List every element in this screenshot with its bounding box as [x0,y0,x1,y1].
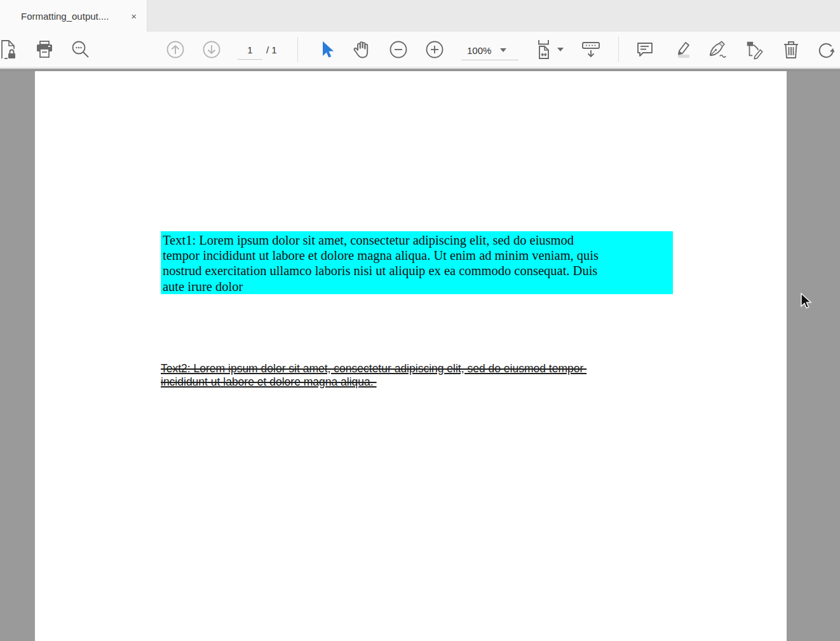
fill-sign-pen-icon [707,39,729,60]
hand-icon [351,39,373,60]
document-tab-title: Formatting_output.... [21,11,109,22]
document-lock-icon [0,39,18,60]
document-scroll-area[interactable]: Text1: Lorem ipsum dolor sit amet, conse… [0,71,840,641]
zoom-level-value: 100% [467,45,491,56]
arrow-up-circle-icon [165,39,186,60]
page-scrolling-icon [580,39,602,60]
tab-close-icon[interactable]: × [128,10,139,22]
edit-page-icon [744,39,766,60]
fill-and-sign-button[interactable] [707,39,729,60]
zoom-level-dropdown[interactable]: 100% [461,41,518,60]
page-number-input[interactable] [238,41,262,59]
document-tab[interactable]: Formatting_output.... × [0,0,147,32]
comment-button[interactable] [634,39,656,60]
highlighted-text-annotation[interactable]: Text1: Lorem ipsum dolor sit amet, conse… [161,231,673,294]
zoom-out-button[interactable] [388,39,409,60]
search-icon [70,39,91,60]
text-line: Text1: Lorem ipsum dolor sit amet, conse… [163,233,673,248]
search-button[interactable] [70,39,91,60]
text-line: nostrud exercitation ullamco laboris nis… [163,263,673,278]
page-number-field [238,41,262,60]
zoom-in-button[interactable] [424,39,445,60]
printer-icon [34,39,55,60]
text-line: tempor incididunt ut labore et dolore ma… [163,248,673,263]
fit-width-icon [536,39,565,60]
rotate-icon [816,39,837,60]
protect-document-button[interactable] [0,39,19,60]
print-button[interactable] [34,39,55,60]
text-line: incididunt ut labore et dolore magna ali… [161,375,586,389]
select-cursor-icon [317,39,336,60]
trash-icon [780,39,802,60]
page-count-label: / 1 [266,44,277,55]
rotate-button[interactable] [816,39,837,60]
minus-circle-icon [388,39,409,60]
next-page-button[interactable] [201,39,222,60]
mouse-cursor [799,292,812,310]
delete-button[interactable] [780,39,802,60]
previous-page-button[interactable] [165,39,186,60]
pdf-page[interactable]: Text1: Lorem ipsum dolor sit amet, conse… [35,71,787,641]
comment-icon [634,39,656,60]
hand-tool-button[interactable] [351,39,373,60]
toolbar: / 1 [0,32,840,69]
select-tool-button[interactable] [316,39,337,60]
toolbar-divider [297,37,298,62]
strikethrough-text-annotation[interactable]: Text2: Lorem ipsum dolor sit amet, conse… [161,362,586,389]
chevron-down-icon [500,48,506,52]
plus-circle-icon [424,39,445,60]
arrow-down-circle-icon [201,39,222,60]
text-line: Text2: Lorem ipsum dolor sit amet, conse… [161,362,586,375]
highlighter-icon [671,39,693,60]
edit-button[interactable] [744,39,766,60]
text-line: aute irure dolor [163,279,673,294]
scroll-mode-button[interactable] [580,39,602,60]
pdf-viewer-window: Formatting_output.... × [0,0,840,641]
tab-bar: Formatting_output.... × [0,0,840,32]
toolbar-divider [618,37,619,62]
highlight-button[interactable] [671,39,693,60]
fit-width-button[interactable] [536,39,565,60]
